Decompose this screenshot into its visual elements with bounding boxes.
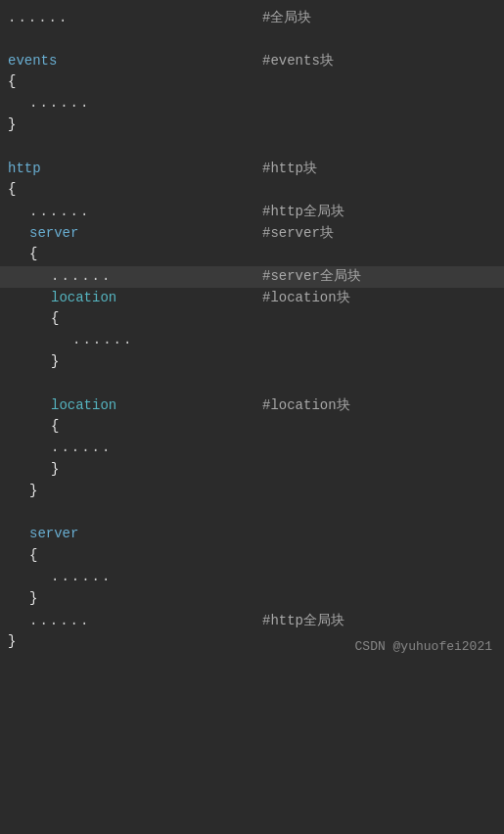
code-token-right: #http块 xyxy=(262,161,317,176)
code-line: { xyxy=(0,417,504,439)
code-line: } xyxy=(0,460,504,482)
code-block: ......#全局块events#events块{......}http#htt… xyxy=(0,0,504,662)
code-line: { xyxy=(0,309,504,331)
code-token-right: #http全局块 xyxy=(262,613,344,628)
code-token-left: ...... xyxy=(51,569,112,584)
code-line: { xyxy=(0,245,504,266)
code-line: { xyxy=(0,180,504,202)
code-token-left: ...... xyxy=(8,10,69,25)
code-token-left: } xyxy=(8,633,16,649)
code-line: ...... xyxy=(0,331,504,352)
code-line: location#location块 xyxy=(0,395,504,417)
code-token-left: } xyxy=(29,483,37,498)
code-line: ......#server全局块 xyxy=(0,266,504,288)
footer: CSDN @yuhuofei2021 xyxy=(355,639,492,654)
code-line: ...... xyxy=(0,94,504,116)
code-token-left: { xyxy=(29,547,37,563)
code-line: ......#http全局块 xyxy=(0,202,504,223)
code-line xyxy=(0,29,504,51)
code-token-left: ...... xyxy=(72,332,133,348)
code-token-left: location xyxy=(51,290,116,305)
code-line: location#location块 xyxy=(0,288,504,309)
code-token-left: { xyxy=(51,418,59,434)
code-line xyxy=(0,503,504,525)
code-token-left: } xyxy=(51,461,59,477)
code-token-left: { xyxy=(51,310,59,326)
code-line xyxy=(0,137,504,159)
code-line: events#events块 xyxy=(0,51,504,72)
code-token-left: } xyxy=(29,590,37,606)
code-token-left: ...... xyxy=(29,204,90,219)
code-token-left: { xyxy=(8,73,16,89)
code-token-right: #location块 xyxy=(262,290,350,305)
code-token-left: { xyxy=(29,246,37,261)
code-token-left: http xyxy=(8,161,41,176)
code-token-left: server xyxy=(29,225,78,241)
code-token-left: ...... xyxy=(51,268,112,284)
code-line: } xyxy=(0,589,504,611)
code-line xyxy=(0,374,504,395)
code-line: } xyxy=(0,482,504,503)
code-line: ......#全局块 xyxy=(0,8,504,29)
code-line: ...... xyxy=(0,568,504,589)
code-line: } xyxy=(0,116,504,137)
code-line: http#http块 xyxy=(0,159,504,180)
code-token-left: { xyxy=(8,181,16,197)
code-token-right: #server块 xyxy=(262,225,334,241)
code-token-left: location xyxy=(51,397,116,413)
code-token-left: ...... xyxy=(29,613,90,628)
code-line: } xyxy=(0,352,504,374)
code-token-left: } xyxy=(51,353,59,369)
code-token-left: ...... xyxy=(29,95,90,111)
code-token-left: events xyxy=(8,53,57,69)
code-token-right: #全局块 xyxy=(262,10,311,25)
code-token-left: ...... xyxy=(51,440,112,455)
code-token-right: #http全局块 xyxy=(262,204,344,219)
code-token-right: #server全局块 xyxy=(262,268,361,284)
code-token-left: } xyxy=(8,116,16,132)
code-line: server xyxy=(0,525,504,546)
code-line: { xyxy=(0,72,504,94)
code-token-right: #events块 xyxy=(262,53,334,69)
code-line: ......#http全局块 xyxy=(0,611,504,632)
code-line: { xyxy=(0,546,504,568)
code-line: server#server块 xyxy=(0,223,504,245)
code-token-left: server xyxy=(29,526,78,541)
code-token-right: #location块 xyxy=(262,397,350,413)
code-line: ...... xyxy=(0,439,504,460)
